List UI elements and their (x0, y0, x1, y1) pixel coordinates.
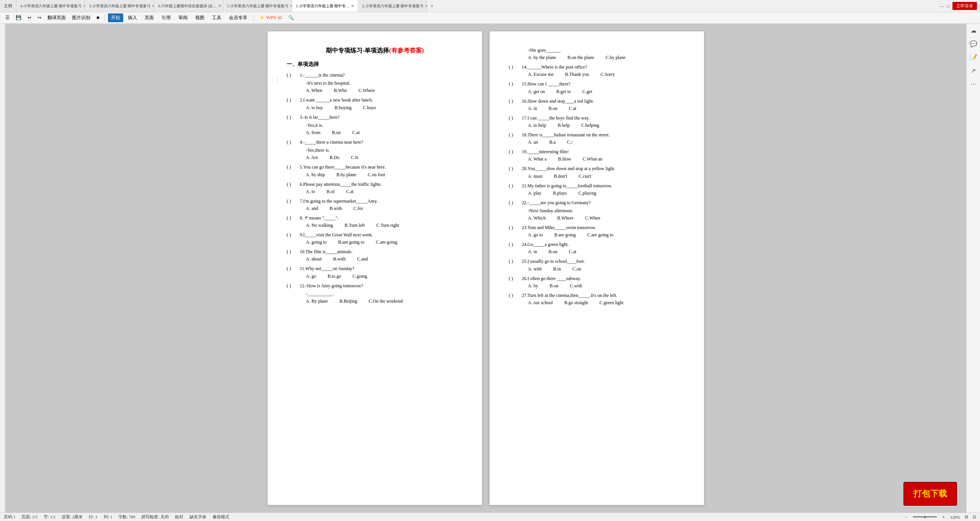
menu-sep-2 (253, 15, 254, 21)
toolbar-icon-home[interactable]: ☰ (3, 14, 12, 22)
q21-opt-b: B.plays (553, 190, 567, 196)
q18-bracket: ( ) (509, 132, 520, 138)
menu-tools[interactable]: 工具 (209, 13, 224, 22)
q17-opt-c: C.helping (581, 123, 599, 128)
q16-line: ( ) 16.Slow down and stop____a red light… (509, 98, 685, 105)
q22-opt-b: B.Where (557, 215, 573, 221)
sidebar-expand-icon[interactable]: ⋯ (970, 80, 977, 88)
zoom-slider[interactable]: ━━━━●━━━━ (913, 514, 937, 519)
menu-insert[interactable]: 插入 (125, 13, 140, 22)
zoom-out-icon[interactable]: － (904, 514, 908, 520)
toolbar-icon-save[interactable]: 💾 (13, 14, 24, 22)
sidebar-track-icon[interactable]: 📝 (970, 54, 977, 61)
q19-opt-b: B.How (558, 156, 571, 162)
window-minimize[interactable]: — (939, 4, 944, 8)
q14-opt-b: B.Thank you (565, 72, 589, 77)
zoom-level[interactable]: 120% (950, 515, 960, 519)
q5-opt-c: C.on foot (368, 172, 385, 178)
page-1: ⋮⋮ 期中专项练习-单项选择(有参考答案) 一、单项选择 ( ) 1.-____… (268, 31, 482, 505)
q24-text: 24.Go_____a green light. (522, 241, 569, 248)
q12-opt-b: B.Beijing (340, 298, 357, 304)
q1-line: ( ) 1.-______is the cinema? (287, 72, 463, 79)
q27-opt-a: A. our school (528, 300, 553, 306)
q15-opt-a: A. get on (528, 89, 545, 95)
toolbar-translate[interactable]: 翻译页面 (45, 13, 68, 22)
sidebar-comment-icon[interactable]: 💬 (970, 40, 977, 48)
q11-opt-c: C.going (353, 274, 367, 279)
q14-options: A. Excuse me B.Thank you C.Sorry (509, 72, 685, 77)
q22-options: A. Which B.Where C.When (509, 215, 685, 221)
question-block-7: ( ) 7.I'm going to the supermarket_____A… (287, 198, 463, 211)
menu-review[interactable]: 审阅 (175, 13, 191, 22)
q12-line: ( ) 12.-How is Amy going tomorrow? (287, 282, 463, 290)
question-block-5: ( ) 5.You can go there_____because it's … (287, 164, 463, 177)
tab-6[interactable]: 2.小学英语六年级上册 期中专项复习 ✕ (358, 0, 427, 12)
q15-bracket: ( ) (509, 81, 520, 87)
q11-opt-b: B.to go (328, 274, 341, 279)
q17-line: ( ) 17.I can _____the boys find the way. (509, 115, 685, 122)
menu-view[interactable]: 视图 (192, 13, 207, 22)
drag-handle[interactable]: ⋮⋮ (270, 77, 279, 82)
tab-5-close[interactable]: ✕ (351, 4, 354, 8)
tab-4[interactable]: 5.小学英语六年级上册 期中专项复习 ✕ (223, 0, 292, 12)
doc-area[interactable]: ⋮⋮ 期中专项练习-单项选择(有参考答案) 一、单项选择 ( ) 1.-____… (5, 24, 966, 513)
wps-ai-button[interactable]: ⚡ WPS AI (257, 14, 284, 22)
status-missing-font[interactable]: 缺失字体 (189, 514, 206, 520)
menu-page[interactable]: 页面 (142, 13, 157, 22)
q20-opt-a: A. must (528, 174, 542, 179)
q17-opt-b: B.help (558, 123, 570, 128)
q9-options: A. going to B.am going to C.am going (287, 239, 463, 245)
menu-reference[interactable]: 引用 (158, 13, 174, 22)
sidebar-cloud-icon[interactable]: ☁ (970, 27, 977, 34)
q4-line: ( ) 4.-_____there a cinema near here? (287, 139, 463, 146)
download-badge[interactable]: 打包下载 (903, 482, 957, 506)
q10-opt-c: C.and (357, 256, 368, 262)
question-block-24: ( ) 24.Go_____a green light. A. in B.on … (509, 241, 685, 255)
tab-1[interactable]: 4.小学英语六年级上册 期中专项复习 ✕ (16, 0, 85, 12)
q21-opt-a: A. play (528, 190, 541, 196)
she-opt-b: B.on the plane (567, 55, 594, 61)
q9-opt-b: B.am going to (338, 239, 364, 245)
q8-options: A. No walking B.Turn left C.Turn right (287, 223, 463, 228)
q4-opt-a: A. Are (306, 155, 318, 161)
q12-opt-c: C.On the weekend (369, 298, 403, 304)
q14-text: 14.______Where is the post office? (522, 64, 587, 71)
toolbar-icon-redo[interactable]: ↪ (35, 14, 44, 22)
window-maximize[interactable]: □ (947, 4, 949, 8)
question-block-26: ( ) 26.I often go there ____subway. A. b… (509, 275, 685, 289)
q19-bracket: ( ) (509, 149, 520, 155)
q26-opt-a: A. by (528, 283, 538, 289)
login-button[interactable]: 立即登录 (952, 2, 977, 10)
q2-opt-c: C.buys (363, 105, 376, 111)
add-tab-button[interactable]: + (427, 3, 437, 10)
menu-vip[interactable]: 会员专享 (226, 13, 250, 22)
q3-sub: -Yes,it is. (287, 122, 463, 129)
tab-5-active[interactable]: 1.小学英语六年级上册 期中专… ✕ (292, 0, 358, 12)
tab-2[interactable]: 3.小学英语六年级上册 期中专项复习 ✕ (85, 0, 154, 12)
q24-line: ( ) 24.Go_____a green light. (509, 241, 685, 248)
toolbar-ocr[interactable]: 图片识别 (70, 13, 93, 22)
tab-3-close[interactable]: ✕ (218, 4, 221, 8)
view-normal-icon[interactable]: ⊟ (965, 514, 968, 519)
q6-bracket: ( ) (287, 182, 298, 187)
tab-doc[interactable]: 文档 (0, 0, 16, 12)
q5-options: A. by ship B.by plane C.on foot (287, 172, 463, 178)
q19-line: ( ) 19._____interesting film! (509, 148, 685, 156)
q23-line: ( ) 23.Tom and Mike_____swim tomorrow. (509, 224, 685, 231)
view-page-icon[interactable]: ⊡ (973, 514, 976, 519)
q2-opt-a: A. to buy (306, 105, 323, 111)
toolbar-format[interactable]: ■ (94, 14, 101, 22)
q21-bracket: ( ) (509, 183, 520, 189)
zoom-in-icon[interactable]: ＋ (941, 514, 946, 520)
toolbar-icon-undo[interactable]: ↩ (25, 14, 34, 22)
status-right-area: － ━━━━●━━━━ ＋ 120% ⊟ ⊡ (904, 514, 976, 520)
search-icon[interactable]: 🔍 (286, 14, 296, 22)
page-title-main: 期中专项练习-单项选择 (326, 47, 389, 54)
menu-start[interactable]: 开始 (108, 13, 123, 22)
sidebar-share-icon[interactable]: ↗ (971, 67, 976, 74)
q17-options: A. to help B.help C.helping (509, 123, 685, 128)
status-proofread[interactable]: 校对 (175, 514, 183, 520)
menubar: ☰ 💾 ↩ ↪ 翻译页面 图片识别 ■ 开始 插入 页面 引用 审阅 视图 工具… (0, 12, 980, 24)
she-goes-text: -She goes______. (509, 47, 685, 54)
tab-3[interactable]: 6.六年级上册期中综合套题讲 (合… ✕ (154, 0, 223, 12)
